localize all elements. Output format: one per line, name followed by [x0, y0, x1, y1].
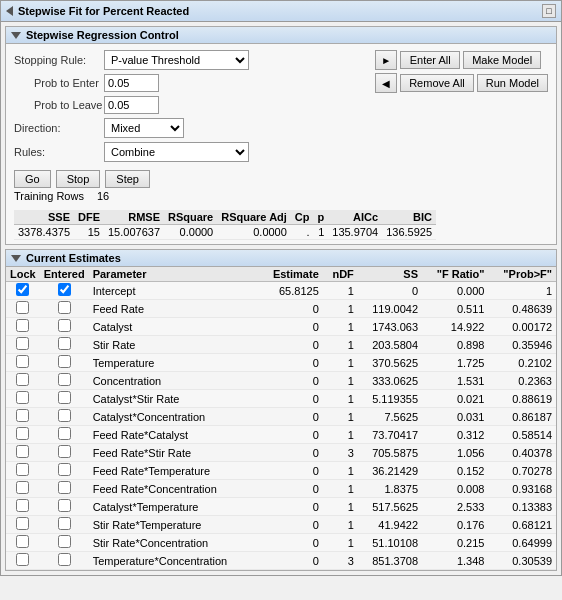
entered-checkbox[interactable]	[58, 283, 71, 296]
table-row: Catalyst*Stir Rate015.1193550.0210.88619	[6, 390, 556, 408]
stopping-rule-select[interactable]: P-value Threshold AICc BIC	[104, 50, 249, 70]
entered-checkbox[interactable]	[58, 337, 71, 350]
aicc-value: 135.9704	[328, 225, 382, 240]
entered-checkbox[interactable]	[58, 409, 71, 422]
lock-checkbox[interactable]	[16, 355, 29, 368]
table-row: Feed Rate*Temperature0136.214290.1520.70…	[6, 462, 556, 480]
title-bar: Stepwise Fit for Percent Reacted □	[1, 1, 561, 22]
stop-button[interactable]: Stop	[56, 170, 101, 188]
direction-label: Direction:	[14, 122, 104, 134]
estimate-cell: 0	[259, 426, 323, 444]
entered-checkbox[interactable]	[58, 373, 71, 386]
stopping-rule-row: Stopping Rule: P-value Threshold AICc BI…	[14, 50, 375, 70]
stats-data-row: 3378.4375 15 15.007637 0.0000 0.0000 . 1…	[14, 225, 436, 240]
rsquare-adj-value: 0.0000	[217, 225, 291, 240]
go-button[interactable]: Go	[14, 170, 51, 188]
lock-checkbox[interactable]	[16, 373, 29, 386]
control-section-header: Stepwise Regression Control	[6, 27, 556, 44]
table-row: Catalyst*Temperature01517.56252.5330.133…	[6, 498, 556, 516]
prob-f-cell: 0.00172	[488, 318, 556, 336]
f-ratio-cell: 0.176	[422, 516, 488, 534]
entered-header: Entered	[40, 267, 89, 282]
estimate-cell: 0	[259, 318, 323, 336]
rules-select[interactable]: Combine None	[104, 142, 249, 162]
table-row: Catalyst011743.06314.9220.00172	[6, 318, 556, 336]
remove-all-button[interactable]: Remove All	[400, 74, 474, 92]
entered-checkbox[interactable]	[58, 319, 71, 332]
parameter-cell: Intercept	[89, 282, 259, 300]
main-window: Stepwise Fit for Percent Reacted □ Stepw…	[0, 0, 562, 576]
lock-checkbox[interactable]	[16, 499, 29, 512]
aicc-header: AICc	[328, 210, 382, 225]
stats-table: SSE DFE RMSE RSquare RSquare Adj Cp p AI…	[14, 210, 436, 240]
prob-f-cell: 1	[488, 282, 556, 300]
entered-checkbox[interactable]	[58, 445, 71, 458]
ndf-cell: 1	[323, 480, 358, 498]
enter-all-arrow[interactable]: ►	[375, 50, 397, 70]
section-collapse-icon[interactable]	[11, 32, 21, 39]
lock-checkbox[interactable]	[16, 409, 29, 422]
lock-checkbox[interactable]	[16, 535, 29, 548]
table-row: Stir Rate01203.58040.8980.35946	[6, 336, 556, 354]
enter-all-button[interactable]: Enter All	[400, 51, 460, 69]
lock-checkbox[interactable]	[16, 337, 29, 350]
entered-checkbox[interactable]	[58, 481, 71, 494]
f-ratio-cell: 0.898	[422, 336, 488, 354]
lock-checkbox[interactable]	[16, 301, 29, 314]
entered-checkbox[interactable]	[58, 553, 71, 566]
estimate-cell: 0	[259, 498, 323, 516]
lock-checkbox[interactable]	[16, 391, 29, 404]
rules-row: Rules: Combine None	[14, 142, 375, 162]
prob-f-cell: 0.2102	[488, 354, 556, 372]
f-ratio-cell: 0.008	[422, 480, 488, 498]
prob-f-cell: 0.93168	[488, 480, 556, 498]
ndf-cell: 1	[323, 336, 358, 354]
ndf-cell: 1	[323, 498, 358, 516]
sse-value: 3378.4375	[14, 225, 74, 240]
f-ratio-cell: 0.152	[422, 462, 488, 480]
entered-checkbox[interactable]	[58, 301, 71, 314]
run-model-button[interactable]: Run Model	[477, 74, 548, 92]
prob-f-cell: 0.35946	[488, 336, 556, 354]
table-row: Stir Rate*Concentration0151.101080.2150.…	[6, 534, 556, 552]
remove-all-row: ◀ Remove All Run Model	[375, 73, 548, 93]
lock-checkbox[interactable]	[16, 517, 29, 530]
remove-all-arrow[interactable]: ◀	[375, 73, 397, 93]
lock-checkbox[interactable]	[16, 283, 29, 296]
entered-checkbox[interactable]	[58, 517, 71, 530]
entered-checkbox[interactable]	[58, 463, 71, 476]
prob-leave-input[interactable]	[104, 96, 159, 114]
lock-checkbox[interactable]	[16, 481, 29, 494]
prob-f-cell: 0.40378	[488, 444, 556, 462]
prob-enter-input[interactable]	[104, 74, 159, 92]
ss-header: SS	[358, 267, 422, 282]
estimates-section-header: Current Estimates	[6, 250, 556, 267]
lock-checkbox[interactable]	[16, 463, 29, 476]
estimates-table-container: Lock Entered Parameter Estimate nDF SS "…	[6, 267, 556, 570]
f-ratio-cell: 0.021	[422, 390, 488, 408]
table-row: Feed Rate01119.00420.5110.48639	[6, 300, 556, 318]
prob-leave-row: Prob to Leave	[14, 96, 375, 114]
entered-checkbox[interactable]	[58, 427, 71, 440]
entered-checkbox[interactable]	[58, 391, 71, 404]
lock-checkbox[interactable]	[16, 427, 29, 440]
f-ratio-cell: 0.511	[422, 300, 488, 318]
entered-checkbox[interactable]	[58, 535, 71, 548]
lock-checkbox[interactable]	[16, 553, 29, 566]
entered-checkbox[interactable]	[58, 499, 71, 512]
ndf-cell: 1	[323, 372, 358, 390]
estimates-collapse-icon[interactable]	[11, 255, 21, 262]
cp-value: .	[291, 225, 314, 240]
collapse-icon[interactable]	[6, 6, 13, 16]
table-row: Feed Rate*Catalyst0173.704170.3120.58514	[6, 426, 556, 444]
prob-f-cell: 0.48639	[488, 300, 556, 318]
prob-f-cell: 0.70278	[488, 462, 556, 480]
entered-checkbox[interactable]	[58, 355, 71, 368]
direction-select[interactable]: Mixed Forward Backward	[104, 118, 184, 138]
expand-button[interactable]: □	[542, 4, 556, 18]
step-button[interactable]: Step	[105, 170, 150, 188]
ss-cell: 51.10108	[358, 534, 422, 552]
lock-checkbox[interactable]	[16, 319, 29, 332]
lock-checkbox[interactable]	[16, 445, 29, 458]
make-model-button[interactable]: Make Model	[463, 51, 541, 69]
